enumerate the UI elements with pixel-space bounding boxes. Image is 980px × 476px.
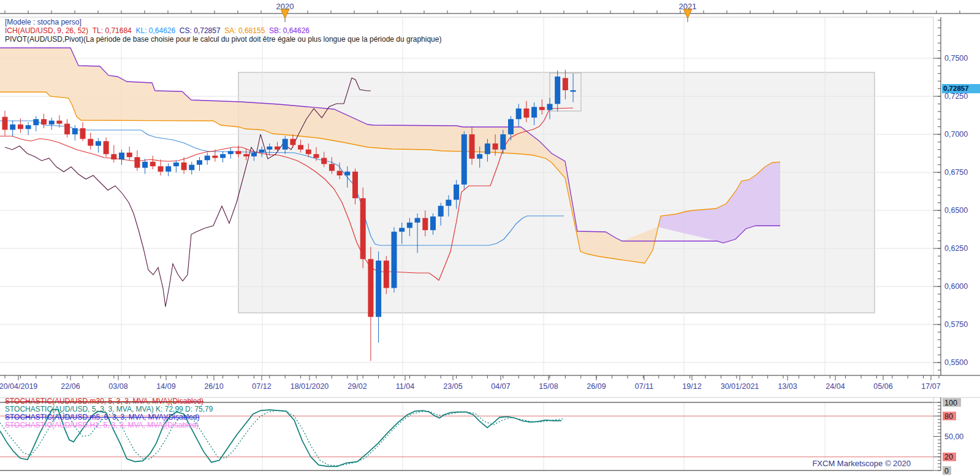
candle-up: [438, 206, 444, 217]
date-label: 29/02: [348, 382, 367, 391]
candle-up: [251, 153, 257, 156]
chart-window: 2020202120/04/201922/0603/0814/0926/1007…: [0, 0, 980, 476]
candle-up: [165, 166, 171, 172]
date-label: 26/09: [587, 382, 606, 391]
candle-up: [555, 77, 560, 104]
candle-down: [290, 139, 295, 145]
candle-down: [88, 139, 93, 145]
candle-up: [392, 232, 397, 288]
candle-down: [181, 163, 187, 170]
candle-down: [337, 171, 343, 175]
date-label: 20/04/2019: [0, 382, 37, 391]
candle-down: [243, 154, 249, 156]
candle-down: [275, 147, 280, 150]
candle-up: [267, 147, 272, 150]
chikou-value: CS: 0,72857: [180, 26, 221, 35]
stoch-axis-label: 100: [944, 399, 957, 407]
candle-down: [212, 156, 218, 158]
candle-up: [283, 139, 288, 149]
price-label: 0,7500: [944, 54, 968, 63]
candle-up: [119, 153, 124, 159]
date-label: 07/12: [252, 382, 271, 391]
candle-up: [142, 162, 148, 168]
candle-up: [415, 218, 420, 222]
candle-up: [205, 156, 210, 160]
candle-down: [329, 164, 335, 171]
candle-up: [485, 144, 490, 154]
candle-down: [469, 134, 475, 159]
price-label: 0,7000: [944, 130, 968, 139]
date-label: 11/04: [396, 382, 414, 391]
stoch-axis-label: 20: [944, 453, 953, 461]
candle-up: [508, 119, 514, 134]
stochastic-legend: STOCHASTIC(AUD/USD.m30, 5, 3, 3, MVA, MV…: [5, 397, 213, 429]
candle-up: [571, 90, 576, 91]
candle-up: [26, 125, 31, 129]
candle-up: [259, 150, 265, 153]
candle-down: [80, 128, 86, 139]
candle-down: [306, 150, 311, 154]
candle-down: [104, 141, 109, 154]
stoch-axis-label: 0: [944, 467, 949, 475]
candle-down: [523, 109, 529, 118]
candle-down: [314, 154, 319, 158]
candle-up: [477, 154, 482, 158]
candle-up: [344, 172, 350, 175]
candle-up: [10, 125, 15, 130]
candle-up: [430, 217, 436, 230]
candle-down: [539, 107, 545, 110]
price-label: 0,6250: [944, 244, 968, 253]
candle-up: [516, 109, 522, 119]
date-label: 05/06: [873, 382, 892, 391]
candle-down: [41, 119, 47, 125]
stoch-axis-label: 50,00: [944, 432, 963, 441]
candle-up: [96, 141, 101, 145]
main-chart-legend: [Modele : stocha perso] ICH(AUD/USD, 9, …: [5, 18, 441, 44]
candle-down: [422, 218, 428, 230]
candle-down: [18, 125, 23, 129]
price-label: 0,5500: [944, 358, 968, 367]
tenkan-value: TL: 0,71684: [93, 26, 132, 35]
candle-down: [150, 162, 156, 166]
price-label: 0,6000: [944, 282, 968, 291]
candle-up: [220, 154, 226, 158]
watermark: FXCM Marketscope © 2020: [810, 459, 913, 468]
candle-up: [454, 185, 459, 200]
candle-down: [127, 153, 132, 157]
ichimoku-legend-row: ICH(AUD/USD, 9, 26, 52) TL: 0,71684 KL: …: [5, 26, 441, 35]
candle-down: [111, 154, 116, 159]
candle-down: [158, 166, 164, 172]
date-label: 22/06: [61, 382, 80, 391]
stoch-axis-label: 80: [944, 412, 953, 421]
price-label: 0,5750: [944, 320, 968, 329]
date-label: 07/11: [635, 382, 653, 391]
candle-down: [352, 172, 358, 198]
price-label: 0,7250: [944, 92, 968, 101]
candle-up: [228, 151, 234, 154]
candle-up: [189, 165, 194, 171]
candle-down: [368, 259, 373, 317]
model-label: [Modele : stocha perso]: [5, 18, 441, 26]
candle-up: [407, 223, 412, 228]
candle-up: [531, 107, 537, 117]
price-label: 0,6750: [944, 168, 968, 177]
candle-down: [298, 145, 303, 149]
candle-up: [376, 261, 381, 317]
stoch-h1-label: STOCHASTIC(AUD/USD.H1, 5, 3, 3, MVA, MVA…: [5, 421, 213, 429]
date-label: 03/08: [108, 382, 127, 391]
date-label: 24/04: [826, 382, 845, 391]
pivot-legend-row: PIVOT(AUD/USD,Pivot)(La période de base …: [5, 35, 441, 44]
candle-down: [56, 121, 62, 124]
senkou-b-value: SB: 0,64626: [269, 26, 310, 35]
candle-down: [493, 144, 498, 150]
candle-up: [446, 200, 451, 206]
candle-down: [321, 158, 327, 164]
date-label: 15/08: [539, 382, 558, 391]
candle-up: [49, 121, 55, 125]
date-label: 19/12: [682, 382, 701, 391]
current-price-tag: 0,72857: [942, 84, 980, 93]
ichimoku-name: ICH(AUD/USD, 9, 26, 52): [5, 26, 88, 35]
price-label: 0,6500: [944, 206, 968, 215]
candle-up: [500, 134, 506, 150]
candle-down: [64, 124, 70, 134]
